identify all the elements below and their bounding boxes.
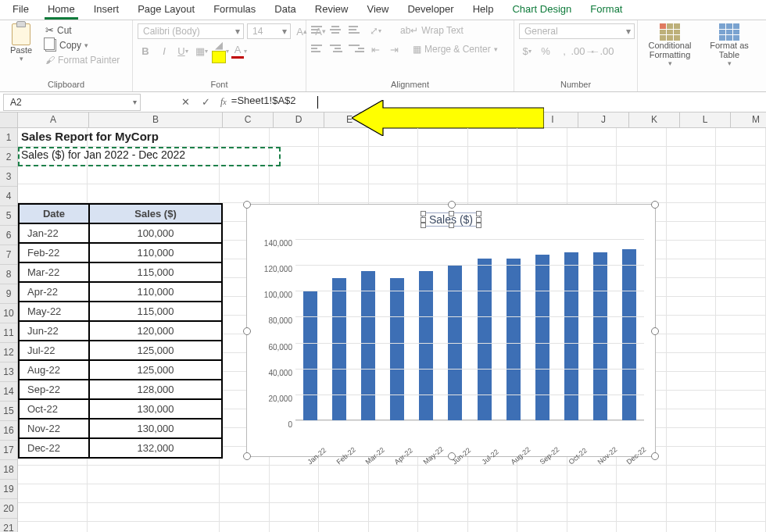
cell-date[interactable]: May-22: [19, 302, 89, 321]
bar[interactable]: [390, 278, 404, 420]
format-painter-button[interactable]: Format Painter: [42, 54, 123, 66]
column-header-H[interactable]: H: [477, 112, 528, 127]
copy-button[interactable]: Copy▾: [42, 38, 123, 52]
select-all-corner[interactable]: [0, 112, 18, 127]
table-row[interactable]: May-22115,000: [19, 302, 222, 321]
bar[interactable]: [535, 255, 549, 420]
column-header-M[interactable]: M: [731, 112, 766, 127]
resize-handle-bl[interactable]: [243, 452, 251, 460]
resize-handle-tl[interactable]: [243, 201, 251, 209]
percent-button[interactable]: %: [538, 44, 553, 58]
row-header-8[interactable]: 8: [0, 265, 17, 284]
resize-handle-br[interactable]: [651, 452, 659, 460]
formula-input[interactable]: =Sheet1!$A$2: [231, 95, 317, 110]
row-header-7[interactable]: 7: [0, 245, 17, 265]
menu-developer[interactable]: Developer: [398, 0, 463, 20]
table-row[interactable]: Apr-22110,000: [19, 282, 222, 302]
cell-sales[interactable]: 125,000: [89, 341, 222, 360]
menu-home[interactable]: Home: [38, 0, 84, 20]
bar[interactable]: [361, 271, 375, 420]
row-header-13[interactable]: 13: [0, 362, 17, 382]
sales-table[interactable]: DateSales ($)Jan-22100,000Feb-22110,000M…: [18, 203, 223, 459]
cut-button[interactable]: Cut: [42, 23, 123, 37]
decrease-decimal-button[interactable]: ←.00: [594, 44, 610, 58]
table-header-date[interactable]: Date: [19, 204, 89, 223]
row-header-9[interactable]: 9: [0, 284, 17, 304]
table-row[interactable]: Sep-22128,000: [19, 380, 222, 399]
cell-date[interactable]: Feb-22: [19, 243, 89, 262]
bold-button[interactable]: B: [138, 44, 153, 58]
cell-sales[interactable]: 128,000: [89, 380, 222, 399]
plot-area[interactable]: 020,00040,00060,00080,000100,000120,0001…: [295, 239, 644, 420]
column-header-J[interactable]: J: [578, 112, 629, 127]
cell-sales[interactable]: 100,000: [89, 223, 222, 243]
row-header-1[interactable]: 1: [0, 128, 17, 148]
column-header-K[interactable]: K: [629, 112, 680, 127]
table-row[interactable]: Jul-22125,000: [19, 341, 222, 360]
table-row[interactable]: Jun-22120,000: [19, 321, 222, 341]
cells-area[interactable]: Sales ($) 020,00040,00060,00080,000100,0…: [18, 128, 766, 532]
wrap-text-button[interactable]: ab↵Wrap Text: [397, 24, 467, 37]
menu-formulas[interactable]: Formulas: [204, 0, 265, 20]
column-header-F[interactable]: F: [375, 112, 426, 127]
column-header-B[interactable]: B: [89, 112, 223, 127]
column-header-A[interactable]: A: [18, 112, 89, 127]
format-as-table-button[interactable]: Format as Table ▾: [702, 23, 757, 67]
fx-icon[interactable]: fx: [216, 96, 231, 108]
cell-sales[interactable]: 130,000: [89, 399, 222, 419]
cell-sales[interactable]: 110,000: [89, 282, 222, 302]
cell-date[interactable]: Mar-22: [19, 262, 89, 282]
resize-handle-tm[interactable]: [448, 201, 456, 209]
column-header-I[interactable]: I: [528, 112, 578, 127]
align-left-button[interactable]: [311, 43, 327, 55]
menu-file[interactable]: File: [3, 0, 38, 20]
row-header-3[interactable]: 3: [0, 167, 17, 187]
align-center-button[interactable]: [330, 43, 345, 55]
table-header-sales[interactable]: Sales ($): [89, 204, 222, 223]
bar[interactable]: [478, 259, 492, 420]
cell-date[interactable]: Jul-22: [19, 341, 89, 360]
cancel-formula-button[interactable]: ✕: [175, 96, 195, 108]
font-name-select[interactable]: Calibri (Body): [138, 23, 244, 39]
cell-sales[interactable]: 115,000: [89, 302, 222, 321]
row-header-17[interactable]: 17: [0, 441, 17, 460]
cell-date[interactable]: Apr-22: [19, 282, 89, 302]
resize-handle-mr[interactable]: [651, 327, 659, 335]
name-box[interactable]: A2 ▾: [3, 94, 141, 111]
align-bottom-button[interactable]: [349, 24, 364, 37]
row-header-15[interactable]: 15: [0, 402, 17, 421]
row-header-19[interactable]: 19: [0, 480, 17, 499]
column-header-D[interactable]: D: [274, 112, 324, 127]
orientation-button[interactable]: ⤢▾: [367, 23, 383, 37]
row-header-18[interactable]: 18: [0, 460, 17, 480]
bar[interactable]: [506, 259, 521, 420]
number-format-select[interactable]: General: [519, 23, 635, 39]
increase-indent-button[interactable]: ⇥: [386, 42, 402, 56]
row-header-4[interactable]: 4: [0, 187, 17, 206]
bar[interactable]: [419, 271, 433, 420]
underline-button[interactable]: U▾: [175, 44, 191, 58]
cell-date[interactable]: Dec-22: [19, 438, 89, 458]
cell-sales[interactable]: 132,000: [89, 438, 222, 458]
table-row[interactable]: Dec-22132,000: [19, 438, 222, 458]
comma-style-button[interactable]: ,: [557, 44, 572, 58]
menu-data[interactable]: Data: [265, 0, 305, 20]
bar[interactable]: [303, 291, 317, 420]
resize-handle-tr[interactable]: [651, 201, 659, 209]
column-header-C[interactable]: C: [223, 112, 274, 127]
merge-center-button[interactable]: ▦Merge & Center▾: [410, 43, 501, 55]
chart-title[interactable]: Sales ($): [422, 212, 480, 227]
resize-handle-ml[interactable]: [243, 327, 251, 335]
conditional-formatting-button[interactable]: Conditional Formatting ▾: [643, 23, 697, 67]
row-header-2[interactable]: 2: [0, 148, 17, 167]
currency-button[interactable]: $▾: [519, 44, 535, 58]
cell-date[interactable]: Nov-22: [19, 419, 89, 438]
table-row[interactable]: Mar-22115,000: [19, 262, 222, 282]
cell-date[interactable]: Sep-22: [19, 380, 89, 399]
chart-object[interactable]: Sales ($) 020,00040,00060,00080,000100,0…: [246, 204, 656, 457]
paste-button[interactable]: Paste ▾: [5, 23, 38, 62]
font-size-select[interactable]: 14: [247, 23, 291, 39]
table-row[interactable]: Nov-22130,000: [19, 419, 222, 438]
row-header-10[interactable]: 10: [0, 304, 17, 323]
cell-date[interactable]: Oct-22: [19, 399, 89, 419]
